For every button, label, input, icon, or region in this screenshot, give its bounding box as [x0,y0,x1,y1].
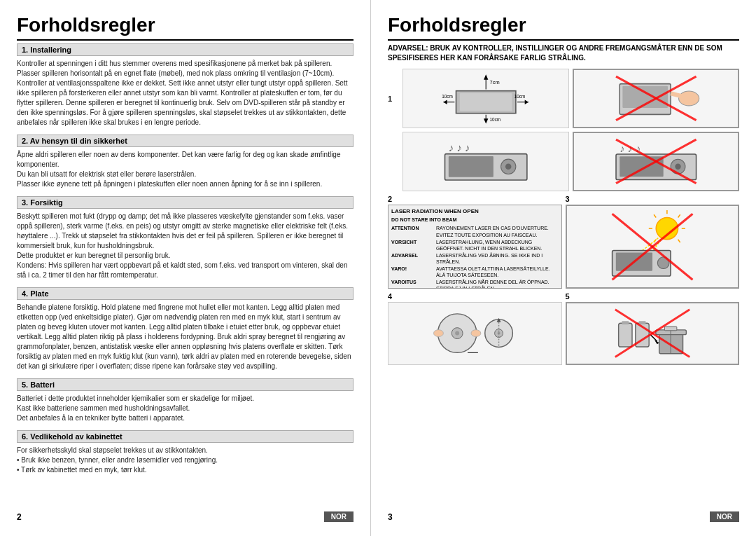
svg-text:10cm: 10cm [489,118,500,123]
section-batteri-text: Batteriet i dette produktet inneholder k… [17,394,354,423]
laser-row-varoitus: VAROITUS LASERSTRÅLING NÅR DENNE DEL ÄR … [391,279,559,289]
cd-player-x-box: ♪ ♪ ♪ [573,132,739,191]
section-installering: 1. Installering Kontroller at spenningen… [17,43,354,128]
laser-subtitle: DO NOT STARE INTO BEAM [391,217,559,223]
section-batteri: 5. Batteri Batteriet i dette produktet i… [17,378,354,423]
laser-row-attention: ATTENTION RAYONNEMENT LASER EN CAS D'OUV… [391,225,559,238]
no-touch-box [573,69,739,128]
right-title: Forholdsregler [388,14,739,41]
laser-row-advarsel: ADVARSEL LASERSTRÅLING VED ÅBNING. SE IK… [391,252,559,265]
left-title: Forholdsregler [17,14,354,41]
svg-line-37 [654,214,656,217]
section-installering-text: Kontroller at spenningen i ditt hus stem… [17,59,354,128]
left-column: Forholdsregler 1. Installering Kontrolle… [0,0,371,536]
svg-point-50 [434,330,444,337]
right-column: Forholdsregler ADVARSEL: BRUK AV KONTROL… [371,0,756,536]
laser-label-varo: VARO! [391,266,433,278]
laser-section: 2 LASER RADIATION WHEN OPEN DO NOT STARE… [388,195,562,289]
right-nor-badge: NOR [710,511,739,522]
spacing-diagram-svg: 7cm 10cm 10cm 10cm [412,72,560,125]
svg-point-16 [678,91,699,106]
disc-section: 4 [388,292,562,365]
section-plate-header: 4. Plate [17,287,354,300]
section-sikkerhet: 2. Av hensyn til din sikkerhet Åpne aldr… [17,135,354,189]
battery-section: 5 [566,292,740,365]
laser-label-attention: ATTENTION [391,225,433,238]
section-forsiktig-text: Beskytt spilleren mot fukt (drypp og dam… [17,212,354,280]
svg-text:10cm: 10cm [514,95,526,99]
laser-text-attention: RAYONNEMENT LASER EN CAS D'OUVERTURE. EV… [436,225,559,238]
left-footer: 2 NOR [17,507,354,522]
svg-point-51 [471,330,481,337]
svg-point-28 [675,164,680,170]
svg-marker-6 [443,100,447,104]
laser-box: LASER RADIATION WHEN OPEN DO NOT STARE I… [388,205,562,289]
image-row-34: 2 LASER RADIATION WHEN OPEN DO NOT STARE… [388,195,739,289]
svg-rect-58 [618,323,631,347]
cd-player-ok-box: ♪ ♪ ♪ [402,132,569,191]
section-forsiktig-header: 3. Forsiktig [17,196,354,209]
no-touch-container [574,70,738,127]
image-row-2: ♪ ♪ ♪ ♪ ♪ ♪ [388,132,739,191]
battery-svg [575,306,729,360]
section-plate-text: Behandle platene forsiktig. Hold platene… [17,303,354,371]
page: Forholdsregler 1. Installering Kontrolle… [0,0,756,536]
svg-rect-65 [664,327,676,331]
section-sikkerhet-header: 2. Av hensyn til din sikkerhet [17,135,354,147]
no-sunlight-svg [575,210,729,283]
svg-marker-9 [524,100,528,104]
section-vedlikehold: 6. Vedlikehold av kabinettet For sikkerh… [17,430,354,475]
section-installering-header: 1. Installering [17,43,354,56]
laser-text-advarsel: LASERSTRÅLING VED ÅBNING. SE IKKE IND I … [436,252,559,265]
svg-text:♪ ♪ ♪: ♪ ♪ ♪ [449,142,470,154]
label-2: 2 [388,195,562,203]
svg-line-34 [678,214,680,217]
section-vedlikehold-text: For sikkerhetsskyld skal støpselet trekk… [17,446,354,475]
svg-marker-3 [484,74,488,79]
laser-row-varo: VARO! AVATTAESSA OLET ALTTIINA LASERSÄTE… [391,266,559,278]
section-batteri-header: 5. Batteri [17,378,354,391]
svg-rect-59 [622,322,629,325]
laser-text-vorsicht: LASERSTRAHLUNG, WENN ABDECKUNG GEÖFFNET.… [436,239,559,252]
section-forsiktig: 3. Forsiktig Beskytt spilleren mot fukt … [17,196,354,280]
section-vedlikehold-header: 6. Vedlikehold av kabinettet [17,430,354,443]
right-footer: 3 NOR [388,507,739,522]
spacing-diagram-box: 7cm 10cm 10cm 10cm [402,69,569,128]
label-4: 4 [388,292,562,301]
no-touch-svg [582,73,730,124]
svg-text:10cm: 10cm [442,95,453,99]
svg-line-36 [678,240,680,242]
section-plate: 4. Plate Behandle platene forsiktig. Hol… [17,287,354,371]
no-sunlight-box [566,205,740,289]
laser-text-varoitus: LASERSTRÅLING NÅR DENNE DEL ÄR ÖPPNAD. S… [436,279,559,289]
left-page-number: 2 [17,512,22,522]
svg-text:7cm: 7cm [489,79,499,85]
laser-label-advarsel: ADVARSEL [391,252,433,265]
svg-marker-12 [484,118,488,123]
right-page-number: 3 [388,512,393,522]
cd-player-x-svg: ♪ ♪ ♪ [582,136,730,187]
section-sikkerhet-text: Åpne aldri spilleren eller noen av dens … [17,150,354,189]
image-row-45: 4 [388,292,739,365]
laser-text-varo: AVATTAESSA OLET ALTTIINA LASERSÄTEILYLLE… [436,266,559,278]
laser-title: LASER RADIATION WHEN OPEN [391,208,559,215]
label-3: 3 [566,195,740,203]
left-nor-badge: NOR [324,511,354,522]
image-row-1: 1 7cm 10cm 10cm [388,69,739,128]
laser-row-vorsicht: VORSICHT LASERSTRAHLUNG, WENN ABDECKUNG … [391,239,559,252]
svg-rect-1 [460,93,512,111]
svg-point-23 [505,164,512,170]
cd-player-ok-svg: ♪ ♪ ♪ [412,135,560,188]
svg-rect-26 [620,156,663,177]
label-5: 5 [566,292,740,301]
laser-label-vorsicht: VORSICHT [391,239,433,252]
svg-line-17 [671,93,682,96]
cd-player-x-container: ♪ ♪ ♪ [574,133,738,190]
row-label-1: 1 [388,95,399,103]
svg-rect-21 [449,156,493,177]
svg-rect-61 [638,322,645,325]
no-sunlight-section: 3 [566,195,740,289]
warning-text: ADVARSEL: BRUK AV KONTROLLER, INSTILLING… [388,43,739,63]
disc-handling-svg [397,305,552,361]
battery-box [566,302,740,365]
